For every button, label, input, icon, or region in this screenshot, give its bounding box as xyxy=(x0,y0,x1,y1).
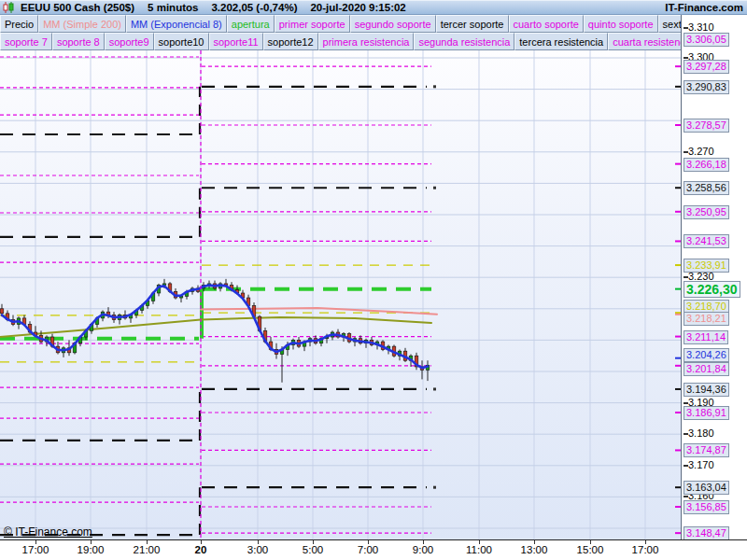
legend-item-r2-8[interactable]: tercera resistencia xyxy=(514,33,608,50)
price-level-label: 3.211,14 xyxy=(684,330,728,344)
time-axis-label: 9:00 xyxy=(413,544,433,555)
time-axis-label: 17:00 xyxy=(632,544,659,555)
price-level-label: 3.266,18 xyxy=(684,158,729,172)
time-axis-label: 15:00 xyxy=(577,544,604,555)
axis-tick xyxy=(684,151,688,153)
legend-item-r1-0[interactable]: Precio xyxy=(0,15,38,33)
price-level-label: 3.204,26 xyxy=(684,348,729,362)
time-axis-label: 5:00 xyxy=(303,544,323,555)
time-axis-label: 21:00 xyxy=(134,544,161,555)
legend-item-r2-7[interactable]: segunda resistencia xyxy=(414,33,514,50)
legend-item-r2-2[interactable]: soporte9 xyxy=(105,33,154,50)
price-level-label: 3.218,21 xyxy=(684,312,729,326)
price-level-label: 3.297,28 xyxy=(684,60,729,74)
axis-tick xyxy=(684,433,688,435)
title-bar: EEUU 500 Cash (250$) 5 minutos 3.202,05 … xyxy=(0,0,747,15)
legend-row-2: soporte 7soporte 8soporte9soporte10sopor… xyxy=(0,33,681,50)
price-level-label: 3.250,95 xyxy=(684,205,729,219)
legend-item-r2-5[interactable]: soporte12 xyxy=(263,33,318,50)
price-level-label: 3.233,91 xyxy=(684,259,729,273)
legend-item-r1-5[interactable]: segundo soporte xyxy=(350,15,436,33)
legend-row-1: PrecioMM (Simple 200)MM (Exponencial 8)a… xyxy=(0,15,681,33)
legend-item-r1-8[interactable]: quinto soporte xyxy=(584,15,658,33)
time-axis-label: 13:00 xyxy=(521,544,548,555)
axis-tick xyxy=(684,465,688,467)
legend-item-r2-6[interactable]: primera resistencia xyxy=(318,33,415,50)
datetime-label: 20-jul-2020 9:15:02 xyxy=(310,2,405,13)
legend-item-r1-9[interactable]: sexto soporte xyxy=(658,15,681,33)
axis-tick xyxy=(684,496,688,497)
legend-item-r1-7[interactable]: cuarto soporte xyxy=(509,15,584,33)
price-level-label: 3.163,04 xyxy=(684,481,729,495)
time-axis-label: 11:00 xyxy=(466,544,492,555)
price-level-label: 3.194,36 xyxy=(684,383,729,397)
last-price-change: 3.202,05 (-0,74%) xyxy=(211,2,297,13)
watermark-link[interactable]: © IT-Finance.com xyxy=(4,525,92,539)
time-axis-label: 7:00 xyxy=(358,544,378,555)
chart-plot-area[interactable] xyxy=(0,50,681,539)
price-level-label: 3.148,47 xyxy=(684,526,729,540)
legend-item-r1-2[interactable]: MM (Exponencial 8) xyxy=(126,15,227,33)
price-axis-label: 3.180 xyxy=(688,427,714,440)
axis-tick xyxy=(684,27,688,29)
candlestick-pair-icon xyxy=(3,2,15,13)
legend-item-r2-0[interactable]: soporte 7 xyxy=(0,33,52,50)
legend-item-r1-1[interactable]: MM (Simple 200) xyxy=(38,15,126,33)
price-chart-canvas[interactable] xyxy=(0,50,681,539)
legend-item-r1-3[interactable]: apertura xyxy=(227,15,275,33)
price-level-label: 3.290,83 xyxy=(684,80,729,94)
legend-item-r1-6[interactable]: tercer soporte xyxy=(436,15,509,33)
price-level-label: 3.174,87 xyxy=(684,443,729,457)
axis-tick xyxy=(684,276,688,278)
price-level-label: 3.201,84 xyxy=(684,362,729,376)
axis-tick xyxy=(684,402,688,404)
price-level-label: 3.306,05 xyxy=(684,33,729,47)
price-label-apertura: 3.226,30 xyxy=(684,281,740,298)
time-axis-label: 3:00 xyxy=(247,544,268,555)
legend-item-r2-3[interactable]: soporte10 xyxy=(154,33,209,50)
time-axis-label: 19:00 xyxy=(78,544,105,555)
price-level-label: 3.278,57 xyxy=(684,119,729,133)
legend-item-r2-9[interactable]: cuarta resistencia xyxy=(608,33,681,50)
timeframe-label: 5 minutos xyxy=(148,2,198,13)
price-level-label: 3.258,56 xyxy=(684,181,729,195)
axis-tick xyxy=(684,57,688,59)
time-axis-label: 17:00 xyxy=(22,544,49,555)
price-axis-label: 3.270 xyxy=(688,146,714,158)
price-axis[interactable]: 3.3103.3003.2703.2303.1903.1803.1703.160… xyxy=(681,15,747,539)
brand-text: IT-Finance.com xyxy=(665,2,743,13)
price-axis-label: 3.170 xyxy=(688,459,714,471)
legend-item-r2-4[interactable]: soporte11 xyxy=(209,33,263,50)
price-level-label: 3.156,85 xyxy=(684,500,729,514)
time-axis[interactable]: 17:0019:0021:00203:005:007:009:0011:0013… xyxy=(0,539,747,560)
price-level-label: 3.241,53 xyxy=(684,234,729,248)
symbol-name: EEUU 500 Cash (250$) xyxy=(21,2,134,13)
legend-item-r1-4[interactable]: primer soporte xyxy=(275,15,350,33)
legend-item-r2-1[interactable]: soporte 8 xyxy=(52,33,105,50)
time-axis-label: 20 xyxy=(195,544,207,555)
price-level-label: 3.186,91 xyxy=(684,406,729,420)
